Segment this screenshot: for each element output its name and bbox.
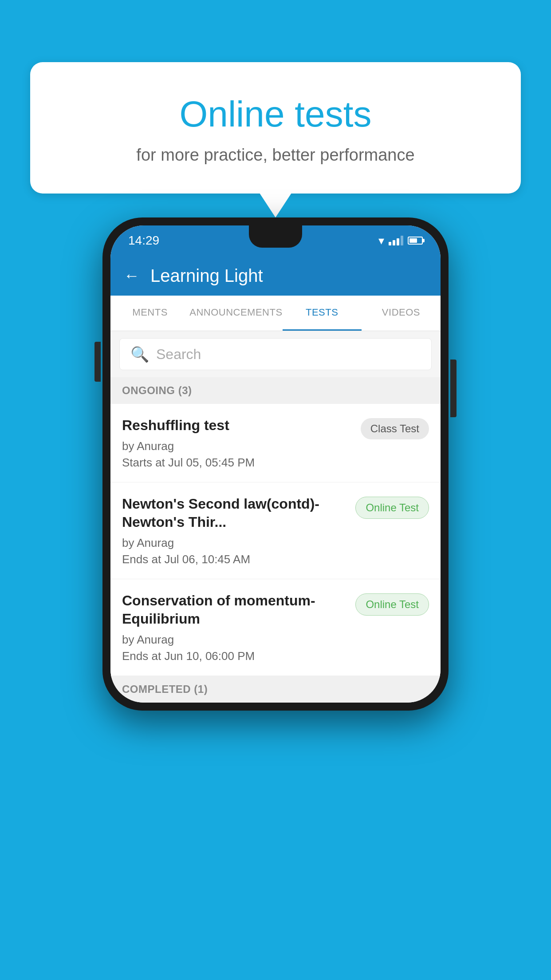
- test-badge-online: Online Test: [355, 497, 429, 519]
- test-author: by Anurag: [122, 633, 348, 647]
- test-date: Ends at Jun 10, 06:00 PM: [122, 649, 348, 663]
- tab-announcements[interactable]: ANNOUNCEMENTS: [189, 296, 282, 331]
- test-title: Conservation of momentum-Equilibrium: [122, 592, 348, 628]
- completed-section-header: COMPLETED (1): [110, 676, 441, 703]
- test-title: Reshuffling test: [122, 416, 354, 435]
- search-icon: 🔍: [130, 345, 149, 363]
- app-header: ← Learning Light: [110, 256, 441, 296]
- test-author: by Anurag: [122, 439, 354, 453]
- test-item[interactable]: Reshuffling test by Anurag Starts at Jul…: [110, 404, 441, 482]
- status-bar-time: 14:29: [128, 233, 159, 248]
- test-date: Starts at Jul 05, 05:45 PM: [122, 456, 354, 470]
- test-info: Conservation of momentum-Equilibrium by …: [122, 592, 348, 663]
- search-bar[interactable]: 🔍 Search: [119, 338, 432, 370]
- tab-videos[interactable]: VIDEOS: [362, 296, 441, 331]
- test-title: Newton's Second law(contd)-Newton's Thir…: [122, 495, 348, 532]
- phone-outer: 14:29 ▾: [102, 217, 449, 711]
- test-info: Newton's Second law(contd)-Newton's Thir…: [122, 495, 348, 566]
- test-item[interactable]: Newton's Second law(contd)-Newton's Thir…: [110, 482, 441, 579]
- speech-bubble-container: Online tests for more practice, better p…: [30, 62, 521, 194]
- ongoing-section-header: ONGOING (3): [110, 377, 441, 404]
- test-badge-class: Class Test: [361, 418, 429, 439]
- tabs-bar: MENTS ANNOUNCEMENTS TESTS VIDEOS: [110, 296, 441, 331]
- phone-screen: 14:29 ▾: [110, 225, 441, 703]
- signal-icon: [389, 236, 403, 245]
- test-author: by Anurag: [122, 536, 348, 550]
- status-bar: 14:29 ▾: [110, 225, 441, 256]
- back-button[interactable]: ←: [124, 266, 140, 285]
- app-header-title: Learning Light: [150, 266, 263, 286]
- speech-bubble: Online tests for more practice, better p…: [30, 62, 521, 194]
- speech-bubble-subtitle: for more practice, better performance: [66, 146, 485, 165]
- test-date: Ends at Jul 06, 10:45 AM: [122, 553, 348, 566]
- test-item[interactable]: Conservation of momentum-Equilibrium by …: [110, 579, 441, 676]
- phone-container: 14:29 ▾: [102, 217, 449, 711]
- wifi-icon: ▾: [378, 234, 384, 248]
- test-info: Reshuffling test by Anurag Starts at Jul…: [122, 416, 354, 470]
- status-bar-icons: ▾: [378, 234, 423, 248]
- tab-tests[interactable]: TESTS: [283, 296, 362, 331]
- tab-ments[interactable]: MENTS: [110, 296, 189, 331]
- test-badge-online: Online Test: [355, 593, 429, 616]
- battery-icon: [408, 237, 423, 245]
- search-container: 🔍 Search: [110, 331, 441, 377]
- speech-bubble-title: Online tests: [66, 93, 485, 135]
- notch: [249, 225, 302, 248]
- search-placeholder: Search: [156, 346, 201, 363]
